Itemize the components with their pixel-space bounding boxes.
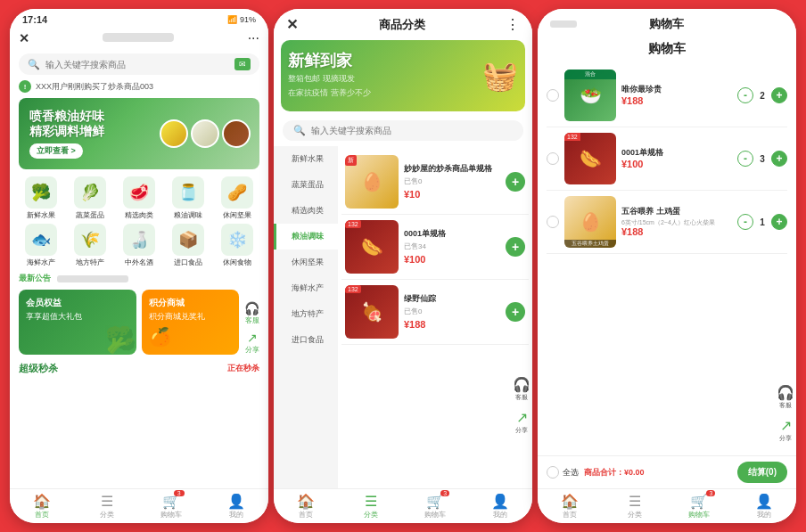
menu-import[interactable]: 进口食品: [274, 327, 338, 353]
qty-plus-2[interactable]: +: [771, 151, 787, 167]
menu-snack[interactable]: 休闲坚果: [274, 250, 338, 275]
category-item[interactable]: 🥜 休闲坚果: [214, 176, 259, 220]
cat-label: 新鲜水果: [27, 210, 55, 220]
nav-category[interactable]: ☰ 分类: [75, 489, 140, 523]
member-card[interactable]: 会员权益 享享超值大礼包 🥦: [19, 290, 136, 355]
cat-icon: 🫙: [172, 176, 204, 209]
qty-plus-1[interactable]: +: [771, 87, 787, 103]
menu-fresh-fruit[interactable]: 新鲜水果: [274, 146, 338, 172]
share-btn[interactable]: ↗ 分享: [777, 417, 794, 443]
product-card[interactable]: 🌭 132 0001单规格 已售34 ¥100 +: [341, 215, 529, 280]
cat-label: 休闲食物: [223, 258, 251, 267]
qty-number-3: 1: [757, 217, 768, 227]
message-icon[interactable]: ✉: [234, 58, 251, 70]
status-icons: 📶 91%: [227, 15, 256, 24]
item-price-1: ¥188: [621, 95, 732, 106]
points-card[interactable]: 积分商城 积分商城兑奖礼 🍊: [142, 290, 239, 355]
cart-title: 购物车: [538, 36, 796, 61]
qty-plus-3[interactable]: +: [771, 214, 787, 230]
product-card[interactable]: 🥚 新 妙妙屋的炒杀商品单规格 已售0 ¥10 +: [341, 150, 529, 215]
close-button[interactable]: ✕: [286, 16, 298, 33]
nav-home[interactable]: 🏠 首页: [274, 489, 339, 523]
qty-minus-3[interactable]: -: [737, 214, 753, 230]
category-item[interactable]: 🐟 海鲜水产: [19, 224, 64, 267]
product-name-3: 绿野仙踪: [404, 294, 500, 305]
more-button[interactable]: ⋮: [506, 16, 520, 33]
member-veg-icon: 🥦: [105, 325, 136, 355]
category-icon: ☰: [629, 493, 641, 510]
menu-seafood[interactable]: 海鲜水产: [274, 275, 338, 301]
menu-meat[interactable]: 精选肉类: [274, 198, 338, 224]
nav-cart[interactable]: 🛒 3 购物车: [139, 489, 204, 523]
product-price-1: ¥10: [404, 189, 500, 200]
select-checkbox-1[interactable]: [547, 89, 559, 102]
nav-home[interactable]: 🏠 首页: [538, 489, 603, 523]
nav-cart[interactable]: 🛒 3 购物车: [403, 489, 468, 523]
price-badge-3: 132: [345, 285, 361, 293]
profile-icon: 👤: [491, 493, 509, 510]
search-input[interactable]: [45, 60, 229, 70]
profile-icon: 👤: [755, 493, 773, 510]
nav-cart[interactable]: 🛒 3 购物车: [667, 489, 732, 523]
more-button[interactable]: ···: [248, 30, 259, 46]
nav-category[interactable]: ☰ 分类: [339, 489, 404, 523]
qty-minus-2[interactable]: -: [737, 151, 753, 167]
add-to-cart-btn[interactable]: +: [506, 172, 525, 192]
product-image-2: 🌭 132: [345, 220, 399, 274]
category-item[interactable]: 🥦 新鲜水果: [19, 176, 64, 220]
phone1: 17:14 📶 91% ✕ ··· 🔍 ✉ ! XXX用户刚刚购买了炒杀商品00…: [10, 9, 268, 523]
product-info-3: 绿野仙踪 已售0 ¥188: [404, 294, 500, 330]
category-item[interactable]: 🥬 蔬菜蛋品: [68, 176, 113, 220]
close-button[interactable]: ✕: [19, 31, 29, 45]
total-amount: 0.00: [629, 468, 645, 477]
category-item[interactable]: 🥩 精选肉类: [117, 176, 162, 220]
phone2: ✕ 商品分类 ⋮ 新鲜到家 整箱包邮 现摘现发 在家抗疫情 营养少不少 🧺 🔍 …: [274, 9, 532, 523]
product-card[interactable]: 🍖 132 绿野仙踪 已售0 ¥188 +: [341, 280, 529, 345]
points-img: 🍊: [149, 326, 232, 348]
customer-service-btn[interactable]: 🎧 客服: [777, 384, 794, 410]
share-icon: ↗: [780, 417, 792, 434]
search-bar[interactable]: 🔍 ✉: [19, 53, 259, 75]
banner-content: 新鲜到家 整箱包邮 现摘现发 在家抗疫情 营养少不少: [288, 53, 371, 99]
headset-icon: 🎧: [777, 384, 794, 401]
banner-sub-text: 整箱包邮 现摘现发: [288, 73, 371, 85]
item-info-2: 0001单规格 ¥100: [621, 148, 732, 169]
share-btn[interactable]: ↗ 分享: [244, 331, 259, 355]
price-tag: 132: [564, 133, 580, 141]
search-input[interactable]: [311, 126, 513, 135]
select-all-checkbox[interactable]: [547, 466, 559, 479]
select-checkbox-2[interactable]: [547, 152, 559, 165]
category-item[interactable]: 🍶 中外名酒: [117, 224, 162, 267]
add-to-cart-btn-3[interactable]: +: [506, 302, 525, 322]
checkout-button[interactable]: 结算(0): [737, 462, 787, 483]
select-all[interactable]: 全选: [547, 466, 579, 479]
item-price-2: ¥100: [621, 159, 732, 169]
category-item[interactable]: 📦 进口食品: [165, 224, 210, 267]
menu-local[interactable]: 地方特产: [274, 301, 338, 327]
top-banner[interactable]: 新鲜到家 整箱包邮 现摘现发 在家抗疫情 营养少不少 🧺: [281, 40, 525, 111]
side-actions: 🎧 客服 ↗ 分享: [244, 290, 259, 355]
service-label: 客服: [779, 401, 792, 410]
nav-home[interactable]: 🏠 首页: [10, 489, 75, 523]
qty-minus-1[interactable]: -: [737, 87, 753, 103]
select-checkbox-3[interactable]: [547, 216, 559, 228]
category-item[interactable]: ❄️ 休闲食物: [214, 224, 259, 267]
nav-profile[interactable]: 👤 我的: [468, 489, 533, 523]
search-bar[interactable]: 🔍: [283, 120, 523, 141]
banner-cta[interactable]: 立即查看 >: [29, 143, 83, 159]
cat-label: 粮油调味: [174, 210, 202, 220]
add-to-cart-btn-2[interactable]: +: [506, 237, 525, 257]
menu-veggie[interactable]: 蔬菜蛋品: [274, 172, 338, 198]
share-btn[interactable]: ↗ 分享: [513, 409, 530, 435]
category-item[interactable]: 🌾 地方特产: [68, 224, 113, 267]
nav-profile[interactable]: 👤 我的: [732, 489, 797, 523]
customer-service-btn[interactable]: 🎧 客服: [513, 376, 530, 402]
menu-grain[interactable]: 粮油调味: [274, 224, 338, 250]
main-banner[interactable]: 喷香粮油好味 精彩调料增鲜 立即查看 >: [19, 98, 259, 169]
customer-service-btn[interactable]: 🎧 客服: [244, 301, 259, 325]
content-area: 新鲜水果 蔬菜蛋品 精选肉类 粮油调味 休闲坚果 海鲜水产 地方特产 进口食品 …: [274, 146, 532, 488]
category-item[interactable]: 🫙 粮油调味: [165, 176, 210, 220]
nav-category[interactable]: ☰ 分类: [603, 489, 668, 523]
nav-profile[interactable]: 👤 我的: [204, 489, 269, 523]
qty-control-2: - 3 +: [737, 151, 787, 167]
